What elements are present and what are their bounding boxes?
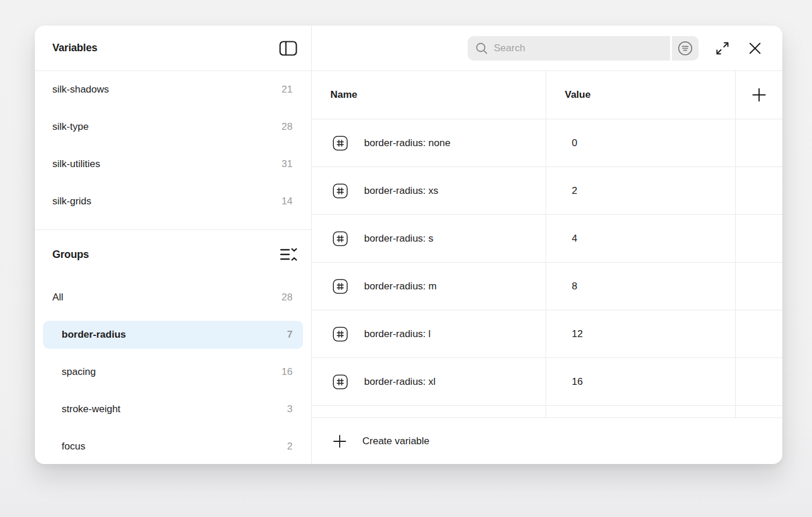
group-item-stroke-weight[interactable]: stroke-weight 3 [43,395,303,423]
groups-title: Groups [52,249,89,261]
group-item-spacing[interactable]: spacing 16 [43,358,303,386]
table-row[interactable]: border-radius: m 8 [312,263,782,310]
variable-value: 4 [572,233,577,245]
table-header-row: Name Value [312,71,782,119]
table-row-partial [312,406,782,417]
collapse-groups-button[interactable] [280,247,297,262]
variable-name: border-radius: m [364,281,437,292]
hash-variable-icon [333,183,348,199]
variable-value-cell[interactable]: 0 [546,119,735,167]
sidebar-header: Variables [35,26,311,71]
collection-label: silk-shadows [52,84,109,95]
column-header-name: Name [312,71,546,119]
group-count: 16 [282,366,293,378]
filter-icon [678,41,693,56]
variables-sidebar: Variables silk-shadows 21 silk-type 28 [35,26,312,464]
variable-value: 12 [572,328,583,340]
variable-value-cell[interactable]: 16 [546,358,735,405]
variable-name: border-radius: xl [364,376,436,388]
collection-count: 31 [282,158,293,170]
table-footer: Create variable [312,417,782,464]
variables-table-body: border-radius: none 0 borde [312,119,782,417]
create-variable-button[interactable]: Create variable [312,434,429,448]
variable-value-cell[interactable]: 2 [546,167,735,214]
collection-label: silk-type [52,121,88,133]
collections-list: silk-shadows 21 silk-type 28 silk-utilit… [35,71,311,220]
variable-name: border-radius: l [364,328,430,340]
collection-item-silk-utilities[interactable]: silk-utilities 31 [43,150,303,178]
search-input[interactable] [494,43,663,54]
variable-value-cell[interactable]: 12 [546,310,735,357]
variable-value: 2 [572,185,577,197]
table-row[interactable]: border-radius: l 12 [312,310,782,358]
collection-item-silk-grids[interactable]: silk-grids 14 [43,187,303,215]
plus-icon [752,87,767,102]
collection-count: 28 [282,121,293,133]
collection-item-silk-type[interactable]: silk-type 28 [43,113,303,141]
group-label: spacing [62,366,96,378]
group-count: 7 [287,329,293,341]
search-icon [475,42,488,55]
variable-name: border-radius: s [364,233,433,245]
group-label: All [52,292,63,303]
group-count: 28 [282,292,293,303]
variables-dialog: Variables silk-shadows 21 silk-type 28 [35,26,782,464]
toggle-sidebar-button[interactable] [279,41,297,56]
plus-icon [333,434,347,448]
column-header-value: Value [546,71,735,119]
search-group [468,36,699,61]
table-row[interactable]: border-radius: s 4 [312,215,782,263]
panel-title: Variables [52,42,97,54]
variable-value: 0 [572,137,577,149]
hash-variable-icon [333,327,348,342]
close-icon [748,41,762,55]
collection-label: silk-utilities [52,158,100,170]
create-variable-label: Create variable [362,435,429,447]
group-item-focus[interactable]: focus 2 [43,433,303,461]
groups-header: Groups [35,230,311,279]
group-label: border-radius [62,329,126,341]
expand-icon [714,40,731,56]
collapse-list-icon [280,247,297,262]
group-count: 3 [287,403,293,415]
hash-variable-icon [333,136,348,151]
panel-left-icon [279,41,297,56]
search-field[interactable] [468,36,670,61]
variables-main-panel: Name Value [312,26,782,464]
add-variable-button[interactable] [752,87,767,102]
close-button[interactable] [746,40,764,57]
variable-value-cell[interactable]: 8 [546,263,735,310]
hash-variable-icon [333,374,348,389]
collection-item-silk-shadows[interactable]: silk-shadows 21 [43,76,303,104]
table-row[interactable]: border-radius: xl 16 [312,358,782,406]
group-label: focus [62,441,86,452]
group-count: 2 [287,441,293,452]
collection-count: 14 [282,196,293,207]
group-item-border-radius[interactable]: border-radius 7 [43,321,303,349]
variable-name: border-radius: xs [364,185,439,197]
filter-button[interactable] [672,36,699,61]
table-row[interactable]: border-radius: xs 2 [312,167,782,215]
collection-count: 21 [282,84,293,95]
variable-value: 16 [572,376,583,388]
groups-list: All 28 border-radius 7 spacing 16 stroke… [35,279,311,464]
hash-variable-icon [333,279,348,294]
hash-variable-icon [333,231,348,246]
collection-label: silk-grids [52,196,91,207]
table-row[interactable]: border-radius: none 0 [312,119,782,167]
expand-button[interactable] [714,40,731,57]
variable-value-cell[interactable]: 4 [546,215,735,262]
variable-name: border-radius: none [364,137,450,149]
variable-value: 8 [572,281,577,292]
group-item-all[interactable]: All 28 [43,284,303,311]
group-label: stroke-weight [62,403,120,415]
main-header [312,26,782,71]
